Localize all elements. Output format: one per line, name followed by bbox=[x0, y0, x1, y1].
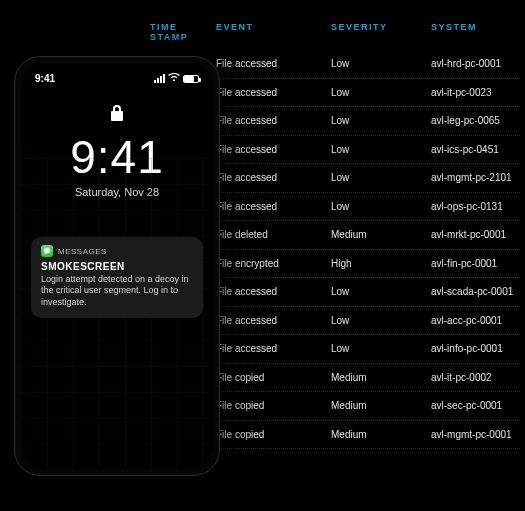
col-header-event: EVENT bbox=[216, 22, 331, 42]
cell-event: File accessed bbox=[216, 315, 331, 326]
notification-header: MESSAGES bbox=[41, 245, 193, 257]
cell-severity: Medium bbox=[331, 229, 431, 240]
cell-system: avl-leg-pc-0065 bbox=[431, 115, 520, 126]
cell-severity: Low bbox=[331, 343, 431, 354]
cell-system: avl-ics-pc-0451 bbox=[431, 144, 520, 155]
cell-system: avl-scada-pc-0001 bbox=[431, 286, 520, 297]
lock-icon bbox=[21, 104, 213, 126]
notification-title: SMOKESCREEN bbox=[41, 261, 193, 272]
cell-event: File accessed bbox=[216, 172, 331, 183]
cell-event: File accessed bbox=[216, 343, 331, 354]
cell-system: avl-sec-pc-0001 bbox=[431, 400, 520, 411]
cell-severity: Medium bbox=[331, 372, 431, 383]
cell-system: avl-mrkt-pc-0001 bbox=[431, 229, 520, 240]
cell-severity: Medium bbox=[331, 429, 431, 440]
cell-system: avl-ops-pc-0131 bbox=[431, 201, 520, 212]
col-header-severity: SEVERITY bbox=[331, 22, 431, 42]
cell-event: File copied bbox=[216, 429, 331, 440]
cell-severity: Medium bbox=[331, 400, 431, 411]
phone-frame: 9:41 9:41 Saturday, Nov 28 MESSAGES SMOK… bbox=[14, 56, 220, 476]
notification-card[interactable]: MESSAGES SMOKESCREEN Login attempt detec… bbox=[31, 237, 203, 318]
status-time: 9:41 bbox=[35, 73, 55, 84]
cell-system: avl-mgmt-pc-0001 bbox=[431, 429, 520, 440]
cell-severity: Low bbox=[331, 286, 431, 297]
cell-event: File encrypted bbox=[216, 258, 331, 269]
battery-icon bbox=[183, 75, 199, 83]
cell-system: avl-fin-pc-0001 bbox=[431, 258, 520, 269]
cell-event: File accessed bbox=[216, 286, 331, 297]
wifi-icon bbox=[168, 73, 180, 84]
phone-volume-down[interactable] bbox=[14, 217, 15, 247]
notification-body: Login attempt detected on a decoy in the… bbox=[41, 274, 193, 308]
status-bar: 9:41 bbox=[21, 63, 213, 84]
cell-system: avl-mgmt-pc-2101 bbox=[431, 172, 520, 183]
cell-system: avl-acc-pc-0001 bbox=[431, 315, 520, 326]
cell-severity: Low bbox=[331, 58, 431, 69]
cell-event: File accessed bbox=[216, 144, 331, 155]
cell-event: File copied bbox=[216, 400, 331, 411]
cell-severity: Low bbox=[331, 201, 431, 212]
phone-screen: 9:41 9:41 Saturday, Nov 28 MESSAGES SMOK… bbox=[21, 63, 213, 469]
cell-severity: Low bbox=[331, 172, 431, 183]
phone-volume-up[interactable] bbox=[14, 181, 15, 211]
notification-app-label: MESSAGES bbox=[58, 247, 107, 256]
phone-mute-switch[interactable] bbox=[14, 153, 15, 171]
phone-power-button[interactable] bbox=[219, 187, 220, 231]
table-header-row: TIME STAMP EVENT SEVERITY SYSTEM bbox=[150, 22, 520, 50]
cell-event: File accessed bbox=[216, 58, 331, 69]
cell-event: File copied bbox=[216, 372, 331, 383]
cellular-signal-icon bbox=[154, 74, 165, 83]
cell-system: avl-hrd-pc-0001 bbox=[431, 58, 520, 69]
cell-system: avl-it-pc-0002 bbox=[431, 372, 520, 383]
cell-event: File accessed bbox=[216, 87, 331, 98]
cell-event: File deleted bbox=[216, 229, 331, 240]
col-header-system: SYSTEM bbox=[431, 22, 520, 42]
cell-system: avl-info-pc-0001 bbox=[431, 343, 520, 354]
cell-event: File accessed bbox=[216, 201, 331, 212]
cell-severity: Low bbox=[331, 144, 431, 155]
col-header-timestamp: TIME STAMP bbox=[150, 22, 216, 42]
messages-app-icon bbox=[41, 245, 53, 257]
cell-severity: Low bbox=[331, 87, 431, 98]
cell-severity: Low bbox=[331, 115, 431, 126]
cell-system: avl-it-pc-0023 bbox=[431, 87, 520, 98]
cell-severity: High bbox=[331, 258, 431, 269]
status-indicators bbox=[154, 73, 199, 84]
cell-severity: Low bbox=[331, 315, 431, 326]
cell-event: File accessed bbox=[216, 115, 331, 126]
